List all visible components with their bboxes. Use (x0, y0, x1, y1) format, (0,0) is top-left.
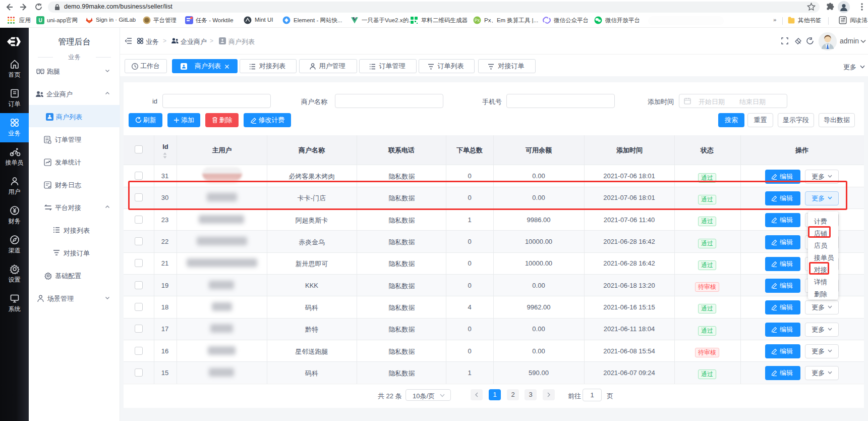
svg-text:Px: Px (475, 18, 480, 23)
svg-text:U: U (38, 18, 42, 23)
